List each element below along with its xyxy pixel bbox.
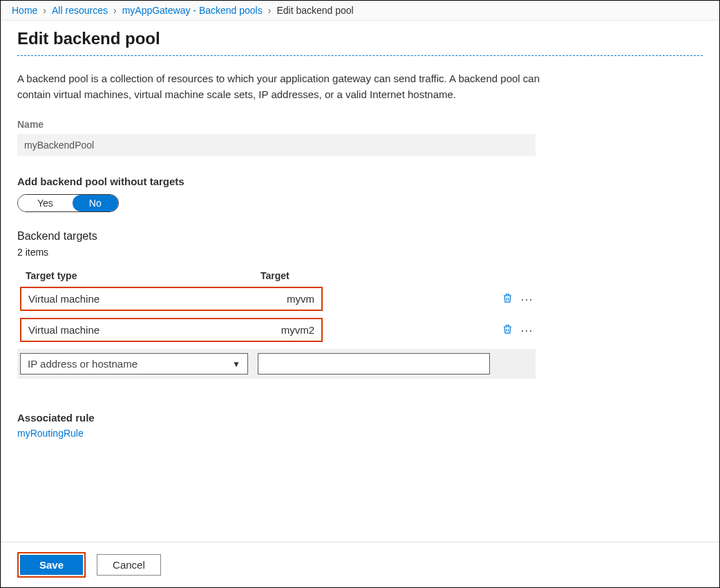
target-value-input[interactable] [258, 353, 490, 374]
divider [17, 55, 703, 56]
breadcrumb-current: Edit backend pool [276, 5, 353, 16]
breadcrumb-all-resources[interactable]: All resources [52, 5, 108, 16]
target-row-1[interactable]: Virtual machine myvm [20, 287, 323, 311]
select-label: IP address or hostname [28, 358, 138, 370]
add-target-row: IP address or hostname ▼ [17, 349, 536, 379]
target-row-2[interactable]: Virtual machine myvm2 [20, 318, 323, 342]
toggle-yes[interactable]: Yes [18, 195, 73, 211]
target-type-value: Virtual machine [28, 293, 249, 305]
column-target: Target [260, 270, 337, 281]
name-label: Name [17, 119, 703, 130]
breadcrumb-app-gateway[interactable]: myAppGateway - Backend pools [122, 5, 263, 16]
more-icon[interactable]: ⋯ [520, 324, 534, 336]
target-value: myvm2 [249, 324, 314, 336]
breadcrumb-home[interactable]: Home [12, 5, 37, 16]
chevron-right-icon: › [268, 5, 272, 16]
column-target-type: Target type [26, 270, 260, 281]
without-targets-toggle[interactable]: Yes No [17, 194, 119, 212]
delete-icon[interactable] [502, 323, 513, 337]
associated-rule-label: Associated rule [17, 412, 703, 424]
without-targets-label: Add backend pool without targets [17, 176, 703, 187]
delete-icon[interactable] [502, 292, 513, 306]
chevron-down-icon: ▼ [232, 359, 240, 369]
table-row: Virtual machine myvm ⋯ [17, 287, 536, 311]
target-value: myvm [249, 293, 314, 305]
backend-targets-count: 2 items [17, 247, 703, 258]
save-button[interactable]: Save [20, 555, 83, 575]
chevron-right-icon: › [43, 5, 46, 16]
more-icon[interactable]: ⋯ [520, 293, 534, 305]
associated-rule-link[interactable]: myRoutingRule [17, 428, 703, 439]
target-type-select[interactable]: IP address or hostname ▼ [20, 353, 248, 374]
main-content: Edit backend pool A backend pool is a co… [1, 21, 719, 439]
table-row: Virtual machine myvm2 ⋯ [17, 318, 536, 342]
cancel-button[interactable]: Cancel [97, 554, 161, 576]
name-field[interactable] [17, 134, 536, 156]
page-description: A backend pool is a collection of resour… [17, 71, 542, 102]
target-type-value: Virtual machine [28, 324, 249, 336]
page-title: Edit backend pool [17, 29, 703, 48]
targets-table: Target type Target Virtual machine myvm … [17, 265, 536, 379]
backend-targets-header: Backend targets [17, 230, 703, 243]
breadcrumb: Home › All resources › myAppGateway - Ba… [1, 1, 719, 21]
chevron-right-icon: › [113, 5, 117, 16]
save-highlight: Save [17, 552, 86, 578]
toggle-no[interactable]: No [73, 195, 118, 211]
page-footer: Save Cancel [1, 542, 719, 587]
